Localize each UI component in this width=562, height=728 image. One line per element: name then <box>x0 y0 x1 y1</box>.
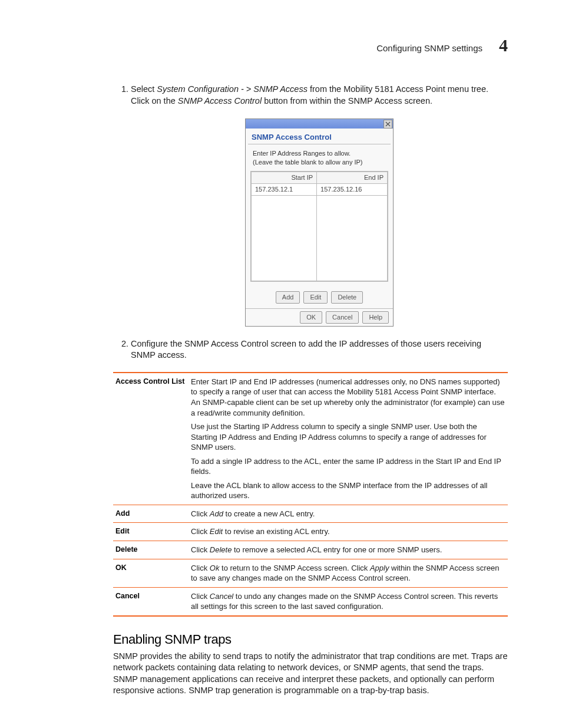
term: Access Control List <box>113 373 189 505</box>
chapter-number: 4 <box>499 35 508 55</box>
para: Enter Start IP and End IP addresses (num… <box>191 377 505 418</box>
help-button[interactable]: Help <box>362 311 389 324</box>
step-2: Configure the SNMP Access Control screen… <box>131 338 508 361</box>
running-header: Configuring SNMP settings 4 <box>54 35 508 55</box>
em: Delete <box>210 545 232 554</box>
step-list: Select System Configuration - > SNMP Acc… <box>113 84 508 361</box>
definition: Enter Start IP and End IP addresses (num… <box>189 373 508 505</box>
term: Cancel <box>113 587 189 616</box>
text: to return to the SNMP Access screen. Cli… <box>219 564 370 572</box>
col-start-ip[interactable]: Start IP <box>252 172 317 184</box>
def-row-delete: Delete Click Delete to remove a selected… <box>113 541 508 559</box>
edit-button[interactable]: Edit <box>303 291 328 304</box>
definition: Click Ok to return to the SNMP Access sc… <box>189 559 508 587</box>
text: Click <box>191 564 210 572</box>
def-row-add: Add Click Add to create a new ACL entry. <box>113 505 508 523</box>
def-row-acl: Access Control List Enter Start IP and E… <box>113 373 508 505</box>
delete-button[interactable]: Delete <box>331 291 363 304</box>
section-body: SNMP provides the ability to send traps … <box>113 651 508 697</box>
text: button from within the SNMP Access scree… <box>262 96 432 106</box>
table-header: Start IP End IP <box>252 172 388 184</box>
em: Ok <box>210 564 220 572</box>
button-name: SNMP Access Control <box>178 96 262 106</box>
end-ip-cell: 157.235.12.16 <box>317 184 388 196</box>
nav-path: System Configuration - > SNMP Access <box>157 84 308 94</box>
dialog-instructions: Enter IP Address Ranges to allow. (Leave… <box>246 144 393 172</box>
para: Leave the ACL blank to allow access to t… <box>191 480 505 501</box>
term: Edit <box>113 523 189 541</box>
definition: Click Add to create a new ACL entry. <box>189 505 508 523</box>
text: Click <box>191 527 210 536</box>
section-heading-enabling-snmp-traps: Enabling SNMP traps <box>113 632 508 647</box>
text: Select <box>131 84 157 94</box>
close-button[interactable] <box>384 120 392 129</box>
step-1: Select System Configuration - > SNMP Acc… <box>131 84 508 327</box>
em: Add <box>210 509 223 518</box>
text: Click <box>191 509 210 518</box>
def-row-cancel: Cancel Click Cancel to undo any changes … <box>113 587 508 616</box>
ip-range-table: Start IP End IP 157.235.12.1 157.235.12.… <box>251 172 388 281</box>
dialog-heading: SNMP Access Control <box>246 129 393 144</box>
text-line: (Leave the table blank to allow any IP) <box>253 158 386 167</box>
snmp-access-control-dialog: SNMP Access Control Enter IP Address Ran… <box>245 118 394 327</box>
term: OK <box>113 559 189 587</box>
definition: Click Cancel to undo any changes made on… <box>189 587 508 616</box>
term: Delete <box>113 541 189 559</box>
text: to undo any changes made on the SNMP Acc… <box>191 592 498 611</box>
definition: Click Delete to remove a selected ACL en… <box>189 541 508 559</box>
term: Add <box>113 505 189 523</box>
definition: Click Edit to revise an existing ACL ent… <box>189 523 508 541</box>
em: Apply <box>370 564 389 572</box>
text: Click <box>191 545 210 554</box>
cancel-button[interactable]: Cancel <box>326 311 359 324</box>
em: Edit <box>210 527 223 536</box>
para: Use just the Starting IP Address column … <box>191 421 505 453</box>
em: Cancel <box>210 592 233 601</box>
text: to remove a selected ACL entry for one o… <box>232 545 442 554</box>
close-icon <box>385 121 391 127</box>
ok-button[interactable]: OK <box>300 311 322 324</box>
start-ip-cell: 157.235.12.1 <box>252 184 317 196</box>
running-title: Configuring SNMP settings <box>376 43 482 53</box>
definitions-table: Access Control List Enter Start IP and E… <box>113 372 508 617</box>
add-button[interactable]: Add <box>276 291 300 304</box>
table-row[interactable]: 157.235.12.1 157.235.12.16 <box>252 184 388 196</box>
col-end-ip[interactable]: End IP <box>317 172 388 184</box>
para: To add a single IP address to the ACL, e… <box>191 456 505 477</box>
dialog-titlebar <box>246 119 393 129</box>
text-line: Enter IP Address Ranges to allow. <box>253 149 386 158</box>
text: to revise an existing ACL entry. <box>223 527 329 536</box>
text: to create a new ACL entry. <box>223 509 315 518</box>
def-row-edit: Edit Click Edit to revise an existing AC… <box>113 523 508 541</box>
text: Click <box>191 592 210 601</box>
def-row-ok: OK Click Ok to return to the SNMP Access… <box>113 559 508 587</box>
